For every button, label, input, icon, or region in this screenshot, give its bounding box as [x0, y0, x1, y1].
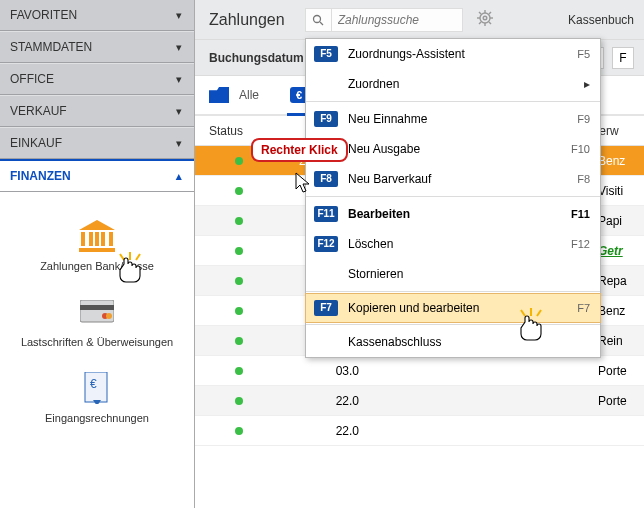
svg-line-25 — [479, 12, 481, 14]
top-toolbar: Zahlungen Kassenbuch — [195, 0, 644, 40]
menu-neu-einnahme[interactable]: F9 Neu Einnahme F9 — [306, 104, 600, 134]
menu-separator — [306, 196, 600, 197]
menu-label: Kopieren und bearbeiten — [348, 301, 567, 315]
table-row[interactable]: 03.0 Porte — [195, 356, 644, 386]
gear-icon[interactable] — [477, 10, 493, 29]
status-dot — [209, 187, 269, 195]
menu-label: Bearbeiten — [348, 207, 561, 221]
svg-line-18 — [320, 22, 323, 25]
tab-label: Alle — [239, 88, 259, 102]
sub-zahlungen-bank-kasse[interactable]: Zahlungen Bank/Kasse — [0, 212, 194, 282]
nav-einkauf[interactable]: EINKAUF ▾ — [0, 127, 194, 159]
menu-zuordnung-assistent[interactable]: F5 Zuordnungs-Assistent F5 — [306, 39, 600, 69]
table-row[interactable]: 22.0 — [195, 416, 644, 446]
sub-lastschriften[interactable]: Lastschriften & Überweisungen — [0, 288, 194, 358]
fkey-badge: F9 — [314, 111, 338, 127]
status-dot — [209, 217, 269, 225]
fkey-badge: F7 — [314, 300, 338, 316]
status-dot — [209, 427, 269, 435]
menu-label: Stornieren — [348, 267, 590, 281]
table-row[interactable]: 22.0 Porte — [195, 386, 644, 416]
nav-label: FINANZEN — [10, 169, 71, 183]
buchungsdatum-label: Buchungsdatum — [209, 51, 304, 65]
page-title: Zahlungen — [209, 11, 285, 29]
menu-separator — [306, 324, 600, 325]
svg-text:€: € — [90, 377, 97, 391]
menu-label: Neu Ausgabe — [348, 142, 561, 156]
nav-favoriten[interactable]: FAVORITEN ▾ — [0, 0, 194, 31]
svg-line-28 — [489, 12, 491, 14]
menu-shortcut: F7 — [577, 302, 590, 314]
menu-neu-barverkauf[interactable]: F8 Neu Barverkauf F8 — [306, 164, 600, 194]
fkey-badge — [314, 266, 338, 282]
fkey-badge: F12 — [314, 236, 338, 252]
menu-label: Zuordnungs-Assistent — [348, 47, 567, 61]
chevron-down-icon: ▾ — [176, 9, 182, 22]
menu-separator — [306, 291, 600, 292]
chevron-down-icon: ▾ — [176, 73, 182, 86]
nav-label: EINKAUF — [10, 136, 62, 150]
row-date: 03.0 — [269, 364, 359, 378]
status-dot — [209, 337, 269, 345]
svg-rect-6 — [79, 248, 115, 252]
sub-label: Zahlungen Bank/Kasse — [40, 260, 154, 272]
svg-rect-2 — [89, 232, 93, 246]
nav-stammdaten[interactable]: STAMMDATEN ▾ — [0, 31, 194, 63]
search-icon — [306, 9, 332, 31]
nav-verkauf[interactable]: VERKAUF ▾ — [0, 95, 194, 127]
fkey-badge — [314, 76, 338, 92]
menu-label: Kassenabschluss — [348, 335, 590, 349]
nav-label: FAVORITEN — [10, 8, 77, 22]
menu-shortcut: F5 — [577, 48, 590, 60]
svg-rect-4 — [101, 232, 105, 246]
nav-label: STAMMDATEN — [10, 40, 92, 54]
menu-label: Neu Barverkauf — [348, 172, 567, 186]
menu-shortcut: F8 — [577, 173, 590, 185]
sub-label: Lastschriften & Überweisungen — [21, 336, 173, 348]
svg-rect-5 — [109, 232, 113, 246]
col-status[interactable]: Status — [209, 124, 269, 138]
status-dot — [209, 397, 269, 405]
kassenbuch-link[interactable]: Kassenbuch — [568, 13, 634, 27]
chevron-down-icon: ▾ — [176, 105, 182, 118]
menu-shortcut: F12 — [571, 238, 590, 250]
invoice-icon: € — [83, 370, 111, 406]
fkey-badge: F8 — [314, 171, 338, 187]
chevron-down-icon: ▾ — [176, 41, 182, 54]
fkey-badge: F5 — [314, 46, 338, 62]
chevron-up-icon: ▴ — [176, 170, 182, 183]
svg-point-17 — [314, 15, 321, 22]
search-input[interactable] — [332, 13, 462, 27]
menu-label: Neu Einnahme — [348, 112, 567, 126]
search-box[interactable] — [305, 8, 463, 32]
menu-shortcut: F9 — [577, 113, 590, 125]
sub-eingangsrechnungen[interactable]: € Eingangsrechnungen — [0, 364, 194, 434]
menu-stornieren[interactable]: Stornieren — [306, 259, 600, 289]
menu-zuordnen[interactable]: Zuordnen ▸ — [306, 69, 600, 99]
filter-button[interactable]: F — [612, 47, 634, 69]
menu-loeschen[interactable]: F12 Löschen F12 — [306, 229, 600, 259]
nav-label: OFFICE — [10, 72, 54, 86]
context-menu: F5 Zuordnungs-Assistent F5 Zuordnen ▸ F9… — [305, 38, 601, 358]
svg-rect-11 — [80, 305, 114, 310]
card-icon — [80, 294, 114, 330]
submenu-arrow-icon: ▸ — [584, 77, 590, 91]
nav-office[interactable]: OFFICE ▾ — [0, 63, 194, 95]
menu-kassenabschluss[interactable]: Kassenabschluss — [306, 327, 600, 357]
menu-kopieren-bearbeiten[interactable]: F7 Kopieren und bearbeiten F7 — [305, 293, 601, 323]
nav-finanzen[interactable]: FINANZEN ▴ — [0, 159, 194, 192]
menu-shortcut: F11 — [571, 208, 590, 220]
menu-label: Zuordnen — [348, 77, 574, 91]
svg-point-20 — [483, 16, 487, 20]
svg-point-19 — [480, 13, 490, 23]
tab-alle[interactable]: Alle — [209, 76, 259, 114]
status-dot — [209, 367, 269, 375]
status-dot — [209, 277, 269, 285]
sidebar: FAVORITEN ▾ STAMMDATEN ▾ OFFICE ▾ VERKAU… — [0, 0, 195, 508]
menu-bearbeiten[interactable]: F11 Bearbeiten F11 — [306, 199, 600, 229]
svg-line-26 — [489, 22, 491, 24]
menu-neu-ausgabe[interactable]: F10 Neu Ausgabe F10 — [306, 134, 600, 164]
svg-marker-0 — [79, 220, 115, 230]
sub-label: Eingangsrechnungen — [45, 412, 149, 424]
menu-label: Löschen — [348, 237, 561, 251]
